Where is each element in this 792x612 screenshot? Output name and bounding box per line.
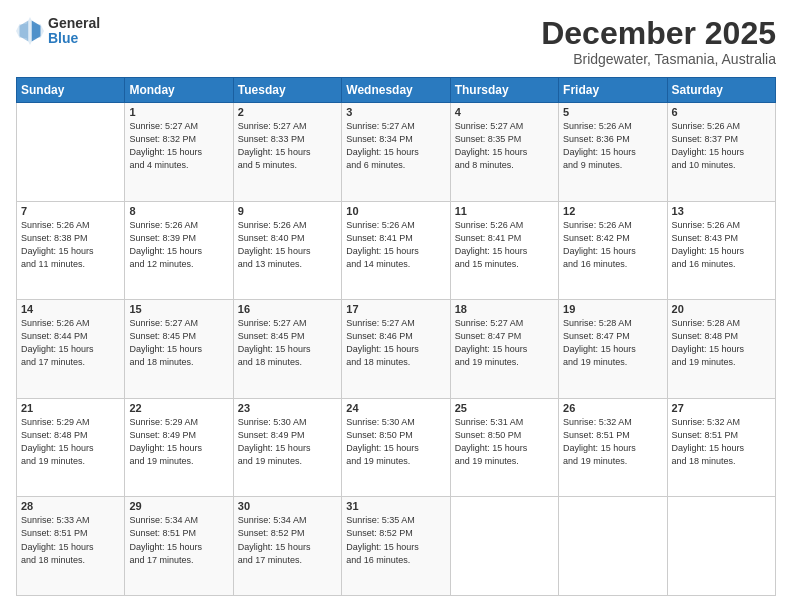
title-block: December 2025 Bridgewater, Tasmania, Aus…: [541, 16, 776, 67]
day-number: 19: [563, 303, 662, 315]
table-row: 26Sunrise: 5:32 AMSunset: 8:51 PMDayligh…: [559, 398, 667, 497]
day-number: 15: [129, 303, 228, 315]
month-title: December 2025: [541, 16, 776, 51]
col-saturday: Saturday: [667, 78, 775, 103]
day-number: 30: [238, 500, 337, 512]
day-number: 6: [672, 106, 771, 118]
day-info: Sunrise: 5:27 AMSunset: 8:35 PMDaylight:…: [455, 120, 554, 172]
table-row: 9Sunrise: 5:26 AMSunset: 8:40 PMDaylight…: [233, 201, 341, 300]
table-row: 20Sunrise: 5:28 AMSunset: 8:48 PMDayligh…: [667, 300, 775, 399]
col-friday: Friday: [559, 78, 667, 103]
day-number: 5: [563, 106, 662, 118]
day-info: Sunrise: 5:26 AMSunset: 8:43 PMDaylight:…: [672, 219, 771, 271]
col-wednesday: Wednesday: [342, 78, 450, 103]
table-row: 24Sunrise: 5:30 AMSunset: 8:50 PMDayligh…: [342, 398, 450, 497]
logo-icon: [16, 17, 44, 45]
day-number: 18: [455, 303, 554, 315]
calendar-week-row: 1Sunrise: 5:27 AMSunset: 8:32 PMDaylight…: [17, 103, 776, 202]
calendar-table: Sunday Monday Tuesday Wednesday Thursday…: [16, 77, 776, 596]
day-number: 22: [129, 402, 228, 414]
day-number: 17: [346, 303, 445, 315]
day-number: 13: [672, 205, 771, 217]
day-number: 10: [346, 205, 445, 217]
calendar-header-row: Sunday Monday Tuesday Wednesday Thursday…: [17, 78, 776, 103]
day-info: Sunrise: 5:29 AMSunset: 8:49 PMDaylight:…: [129, 416, 228, 468]
col-monday: Monday: [125, 78, 233, 103]
day-number: 25: [455, 402, 554, 414]
day-number: 21: [21, 402, 120, 414]
day-number: 1: [129, 106, 228, 118]
col-tuesday: Tuesday: [233, 78, 341, 103]
table-row: 7Sunrise: 5:26 AMSunset: 8:38 PMDaylight…: [17, 201, 125, 300]
day-info: Sunrise: 5:27 AMSunset: 8:45 PMDaylight:…: [129, 317, 228, 369]
day-info: Sunrise: 5:29 AMSunset: 8:48 PMDaylight:…: [21, 416, 120, 468]
table-row: 12Sunrise: 5:26 AMSunset: 8:42 PMDayligh…: [559, 201, 667, 300]
day-number: 3: [346, 106, 445, 118]
day-number: 20: [672, 303, 771, 315]
logo-blue-text: Blue: [48, 31, 100, 46]
table-row: 25Sunrise: 5:31 AMSunset: 8:50 PMDayligh…: [450, 398, 558, 497]
day-number: 23: [238, 402, 337, 414]
location: Bridgewater, Tasmania, Australia: [541, 51, 776, 67]
day-info: Sunrise: 5:26 AMSunset: 8:41 PMDaylight:…: [346, 219, 445, 271]
day-info: Sunrise: 5:26 AMSunset: 8:40 PMDaylight:…: [238, 219, 337, 271]
day-number: 31: [346, 500, 445, 512]
day-number: 24: [346, 402, 445, 414]
table-row: 16Sunrise: 5:27 AMSunset: 8:45 PMDayligh…: [233, 300, 341, 399]
day-info: Sunrise: 5:27 AMSunset: 8:45 PMDaylight:…: [238, 317, 337, 369]
day-info: Sunrise: 5:26 AMSunset: 8:36 PMDaylight:…: [563, 120, 662, 172]
table-row: 11Sunrise: 5:26 AMSunset: 8:41 PMDayligh…: [450, 201, 558, 300]
table-row: 30Sunrise: 5:34 AMSunset: 8:52 PMDayligh…: [233, 497, 341, 596]
day-info: Sunrise: 5:27 AMSunset: 8:34 PMDaylight:…: [346, 120, 445, 172]
day-number: 2: [238, 106, 337, 118]
table-row: 3Sunrise: 5:27 AMSunset: 8:34 PMDaylight…: [342, 103, 450, 202]
day-info: Sunrise: 5:30 AMSunset: 8:49 PMDaylight:…: [238, 416, 337, 468]
table-row: 8Sunrise: 5:26 AMSunset: 8:39 PMDaylight…: [125, 201, 233, 300]
day-info: Sunrise: 5:26 AMSunset: 8:42 PMDaylight:…: [563, 219, 662, 271]
day-number: 14: [21, 303, 120, 315]
day-number: 16: [238, 303, 337, 315]
day-number: 28: [21, 500, 120, 512]
day-info: Sunrise: 5:35 AMSunset: 8:52 PMDaylight:…: [346, 514, 445, 566]
day-info: Sunrise: 5:26 AMSunset: 8:44 PMDaylight:…: [21, 317, 120, 369]
day-info: Sunrise: 5:27 AMSunset: 8:32 PMDaylight:…: [129, 120, 228, 172]
day-info: Sunrise: 5:28 AMSunset: 8:47 PMDaylight:…: [563, 317, 662, 369]
table-row: 6Sunrise: 5:26 AMSunset: 8:37 PMDaylight…: [667, 103, 775, 202]
table-row: 22Sunrise: 5:29 AMSunset: 8:49 PMDayligh…: [125, 398, 233, 497]
table-row: 14Sunrise: 5:26 AMSunset: 8:44 PMDayligh…: [17, 300, 125, 399]
table-row: [559, 497, 667, 596]
table-row: 31Sunrise: 5:35 AMSunset: 8:52 PMDayligh…: [342, 497, 450, 596]
day-number: 8: [129, 205, 228, 217]
table-row: 2Sunrise: 5:27 AMSunset: 8:33 PMDaylight…: [233, 103, 341, 202]
day-info: Sunrise: 5:32 AMSunset: 8:51 PMDaylight:…: [563, 416, 662, 468]
table-row: 17Sunrise: 5:27 AMSunset: 8:46 PMDayligh…: [342, 300, 450, 399]
logo-general-text: General: [48, 16, 100, 31]
table-row: 28Sunrise: 5:33 AMSunset: 8:51 PMDayligh…: [17, 497, 125, 596]
day-number: 7: [21, 205, 120, 217]
day-number: 4: [455, 106, 554, 118]
day-info: Sunrise: 5:31 AMSunset: 8:50 PMDaylight:…: [455, 416, 554, 468]
table-row: 15Sunrise: 5:27 AMSunset: 8:45 PMDayligh…: [125, 300, 233, 399]
table-row: [667, 497, 775, 596]
table-row: 5Sunrise: 5:26 AMSunset: 8:36 PMDaylight…: [559, 103, 667, 202]
col-thursday: Thursday: [450, 78, 558, 103]
day-info: Sunrise: 5:34 AMSunset: 8:52 PMDaylight:…: [238, 514, 337, 566]
day-number: 12: [563, 205, 662, 217]
header: General Blue December 2025 Bridgewater, …: [16, 16, 776, 67]
day-number: 9: [238, 205, 337, 217]
day-number: 27: [672, 402, 771, 414]
day-number: 11: [455, 205, 554, 217]
logo-text: General Blue: [48, 16, 100, 47]
table-row: 29Sunrise: 5:34 AMSunset: 8:51 PMDayligh…: [125, 497, 233, 596]
calendar-week-row: 28Sunrise: 5:33 AMSunset: 8:51 PMDayligh…: [17, 497, 776, 596]
day-info: Sunrise: 5:28 AMSunset: 8:48 PMDaylight:…: [672, 317, 771, 369]
table-row: 19Sunrise: 5:28 AMSunset: 8:47 PMDayligh…: [559, 300, 667, 399]
table-row: [450, 497, 558, 596]
day-info: Sunrise: 5:26 AMSunset: 8:37 PMDaylight:…: [672, 120, 771, 172]
day-info: Sunrise: 5:27 AMSunset: 8:46 PMDaylight:…: [346, 317, 445, 369]
day-info: Sunrise: 5:27 AMSunset: 8:33 PMDaylight:…: [238, 120, 337, 172]
table-row: 13Sunrise: 5:26 AMSunset: 8:43 PMDayligh…: [667, 201, 775, 300]
table-row: 1Sunrise: 5:27 AMSunset: 8:32 PMDaylight…: [125, 103, 233, 202]
calendar-week-row: 7Sunrise: 5:26 AMSunset: 8:38 PMDaylight…: [17, 201, 776, 300]
day-number: 29: [129, 500, 228, 512]
